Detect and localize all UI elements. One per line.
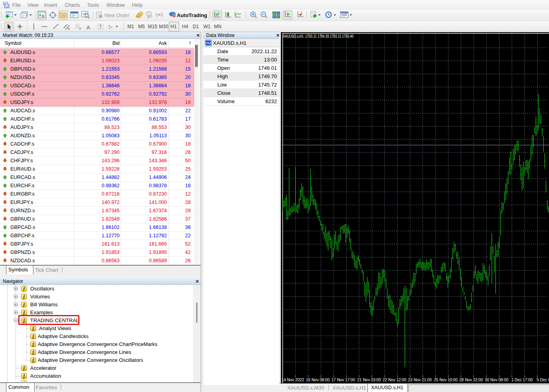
svg-text:E: E bbox=[68, 27, 70, 30]
svg-text:25 Nov 10:00: 25 Nov 10:00 bbox=[434, 378, 458, 382]
svg-text:1 Dec 17:00: 1 Dec 17:00 bbox=[511, 378, 533, 382]
svg-text:16 Nov 08:00: 16 Nov 08:00 bbox=[306, 378, 330, 382]
svg-text:28 Nov 22:00: 28 Nov 22:00 bbox=[459, 378, 483, 382]
svg-text:T: T bbox=[99, 25, 102, 29]
svg-text:30 Nov 08:00: 30 Nov 08:00 bbox=[485, 378, 508, 382]
svg-text:23 Nov 21:00: 23 Nov 21:00 bbox=[408, 378, 432, 382]
svg-text:14 Nov 2022: 14 Nov 2022 bbox=[282, 378, 304, 382]
svg-text:5 Dec 08:00: 5 Dec 08:00 bbox=[537, 378, 549, 382]
svg-text:XAUUSD.s,H1 1793.11 1794.39 1: XAUUSD.s,H1 1793.11 1794.39 1793.11 1793… bbox=[283, 34, 354, 38]
svg-text:21 Nov 03:00: 21 Nov 03:00 bbox=[357, 378, 381, 382]
svg-text:22 Nov 12:00: 22 Nov 12:00 bbox=[383, 378, 406, 382]
svg-text:17 Nov 17:00: 17 Nov 17:00 bbox=[331, 378, 355, 382]
svg-text:F: F bbox=[79, 27, 81, 30]
